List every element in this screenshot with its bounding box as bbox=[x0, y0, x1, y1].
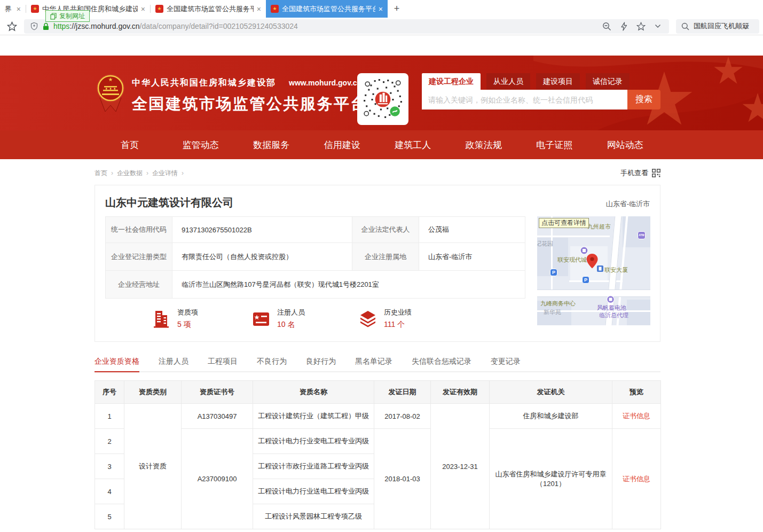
ministry-website: www.mohurd.gov.cn bbox=[289, 79, 361, 87]
parking-icon: P bbox=[582, 276, 589, 284]
tab-title: 界 bbox=[5, 4, 13, 14]
browser-tab[interactable]: ★ 全国建筑市场监管公共服务平台 × bbox=[151, 0, 266, 18]
nav-item-policy[interactable]: 政策法规 bbox=[449, 130, 520, 159]
flash-icon[interactable] bbox=[620, 22, 627, 31]
map-label-modern-city: 联安现代城 bbox=[557, 256, 587, 264]
cell-name: 工程设计建筑行业（建筑工程）甲级 bbox=[253, 404, 374, 429]
favorite-star-icon[interactable] bbox=[636, 22, 646, 31]
cell-name: 工程设计电力行业送电工程专业丙级 bbox=[253, 479, 374, 504]
company-stats: 资质项 5 项 注册人员 10 名 bbox=[105, 308, 525, 330]
platform-search-input[interactable] bbox=[422, 90, 627, 109]
nav-item-data-service[interactable]: 数据服务 bbox=[236, 130, 307, 159]
tab-strip: 界 × ★ 中华人民共和国住房和城乡建设 × ★ 全国建筑市场监管公共服务平台 … bbox=[0, 0, 763, 18]
search-icon bbox=[681, 22, 689, 30]
certificate-info-link[interactable]: 证书信息 bbox=[612, 429, 661, 529]
shield-icon[interactable] bbox=[30, 22, 38, 30]
url-text: https://jzsc.mohurd.gov.cn/data/company/… bbox=[53, 22, 298, 30]
tab-registered-personnel[interactable]: 注册人员 bbox=[159, 357, 188, 371]
page-title: 山东中元建筑设计有限公司 bbox=[105, 195, 233, 210]
zoom-out-icon[interactable] bbox=[602, 22, 611, 31]
search-tab-enterprise[interactable]: 建设工程企业 bbox=[422, 73, 481, 90]
nav-item-workers[interactable]: 建筑工人 bbox=[377, 130, 449, 159]
search-category-tabs: 建设工程企业 从业人员 建设项目 诚信记录 bbox=[422, 73, 660, 90]
table-header-row: 序号 资质类别 资质证书号 资质名称 发证日期 发证有效期 发证机关 预览 bbox=[95, 381, 661, 404]
lock-icon bbox=[43, 22, 49, 30]
legal-rep-value: 公茂福 bbox=[419, 217, 525, 243]
url-field[interactable]: https://jzsc.mohurd.gov.cn/data/company/… bbox=[24, 19, 669, 34]
cell-seq: 5 bbox=[95, 504, 124, 529]
tab-blacklist[interactable]: 黑名单记录 bbox=[355, 357, 392, 371]
location-pin-icon bbox=[586, 254, 598, 269]
col-name: 资质名称 bbox=[253, 381, 374, 404]
browser-tab-active[interactable]: ★ 全国建筑市场监管公共服务平台 × bbox=[266, 0, 388, 18]
breadcrumb-separator: › bbox=[146, 169, 148, 177]
cell-issue-date: 2018-01-03 bbox=[374, 429, 431, 529]
close-icon[interactable]: × bbox=[257, 5, 261, 13]
stat-label: 注册人员 bbox=[277, 308, 305, 317]
new-tab-button[interactable]: + bbox=[388, 0, 406, 18]
tab-change-records[interactable]: 变更记录 bbox=[491, 357, 521, 371]
stat-value: 111 个 bbox=[384, 320, 412, 330]
breadcrumb-company-detail[interactable]: 企业详情 bbox=[152, 169, 178, 178]
col-cert-no: 资质证书号 bbox=[182, 381, 253, 404]
nav-item-credit[interactable]: 信用建设 bbox=[307, 130, 378, 159]
tab-dishonesty-records[interactable]: 失信联合惩戒记录 bbox=[412, 357, 471, 371]
map-label-garden: 记花园 bbox=[537, 240, 553, 248]
stat-label: 历史业绩 bbox=[384, 308, 412, 317]
platform-search-panel: 建设工程企业 从业人员 建设项目 诚信记录 搜索 bbox=[422, 73, 660, 109]
stat-qualifications[interactable]: 资质项 5 项 bbox=[152, 308, 198, 330]
tab-good-behavior[interactable]: 良好行为 bbox=[306, 357, 336, 371]
map-road bbox=[537, 236, 610, 237]
cell-name: 工程设计风景园林工程专项乙级 bbox=[253, 504, 374, 529]
cell-issue-date: 2017-08-02 bbox=[374, 404, 431, 429]
url-path: /data/company/detail?id=0021052912405330… bbox=[140, 22, 298, 30]
search-tab-credit[interactable]: 诚信记录 bbox=[586, 73, 630, 90]
breadcrumb-company-data[interactable]: 企业数据 bbox=[117, 169, 143, 178]
nav-item-site-news[interactable]: 网站动态 bbox=[590, 130, 661, 159]
tab-bad-behavior[interactable]: 不良行为 bbox=[257, 357, 287, 371]
search-tab-personnel[interactable]: 从业人员 bbox=[486, 73, 530, 90]
nav-item-home[interactable]: 首页 bbox=[95, 130, 166, 159]
company-info-table: 统一社会信用代码 91371302675501022B 企业法定代表人 公茂福 … bbox=[105, 216, 525, 299]
close-icon[interactable]: × bbox=[17, 5, 21, 13]
browser-chrome: 界 × ★ 中华人民共和国住房和城乡建设 × ★ 全国建筑市场监管公共服务平台 … bbox=[0, 0, 763, 56]
breadcrumb-home[interactable]: 首页 bbox=[95, 169, 107, 178]
browser-tab[interactable]: 界 × bbox=[0, 0, 26, 18]
search-tab-project[interactable]: 建设项目 bbox=[536, 73, 580, 90]
nav-item-e-license[interactable]: 电子证照 bbox=[519, 130, 590, 159]
close-icon[interactable]: × bbox=[141, 5, 145, 13]
breadcrumb-separator: › bbox=[182, 169, 184, 177]
map-block bbox=[627, 300, 650, 325]
breadcrumb-separator: › bbox=[111, 169, 113, 177]
tower-icon bbox=[597, 265, 603, 272]
chevron-down-icon[interactable] bbox=[655, 24, 661, 28]
building-icon bbox=[152, 309, 171, 328]
mobile-view-link[interactable]: 手机查看 bbox=[620, 168, 660, 178]
cell-cert-no: A137030497 bbox=[182, 404, 253, 429]
map-label-business-center: 九峰商务中心 bbox=[540, 300, 576, 308]
reg-place-value: 山东省-临沂市 bbox=[419, 243, 525, 271]
stat-historical-performance[interactable]: 历史业绩 111 个 bbox=[358, 308, 412, 330]
copy-url-label: 复制网址 bbox=[59, 12, 85, 21]
cell-name: 工程设计电力行业变电工程专业丙级 bbox=[253, 429, 374, 454]
platform-title: 全国建筑市场监管公共服务平台 bbox=[132, 93, 367, 115]
address-label: 企业经营地址 bbox=[106, 271, 172, 299]
certificate-info-link[interactable]: 证书信息 bbox=[612, 404, 661, 429]
tab-qualifications[interactable]: 企业资质资格 bbox=[95, 357, 139, 371]
company-location-map[interactable]: 点击可查看详情 九州超市 ATM 记花园 联安现代城 联安大厦 bbox=[537, 216, 650, 325]
stat-registered-personnel[interactable]: 注册人员 10 名 bbox=[251, 308, 305, 330]
copy-url-tooltip: 复制网址 bbox=[45, 10, 90, 22]
search-button[interactable]: 搜索 bbox=[627, 90, 660, 109]
cell-authority: 住房和城乡建设部 bbox=[490, 404, 612, 429]
close-icon[interactable]: × bbox=[379, 5, 383, 13]
cell-seq: 1 bbox=[95, 404, 124, 429]
layers-icon bbox=[358, 309, 377, 328]
table-row: 1 设计资质 A137030497 工程设计建筑行业（建筑工程）甲级 2017-… bbox=[95, 404, 661, 429]
national-emblem-icon bbox=[96, 73, 125, 115]
nav-item-supervision[interactable]: 监管动态 bbox=[166, 130, 237, 159]
tab-projects[interactable]: 工程项目 bbox=[208, 357, 238, 371]
bookmark-star-icon[interactable] bbox=[7, 21, 17, 32]
battery-pin-icon bbox=[607, 295, 615, 303]
stat-value: 5 项 bbox=[177, 320, 198, 330]
quick-search-box[interactable]: 国航回应飞机颠簸 bbox=[676, 19, 759, 34]
